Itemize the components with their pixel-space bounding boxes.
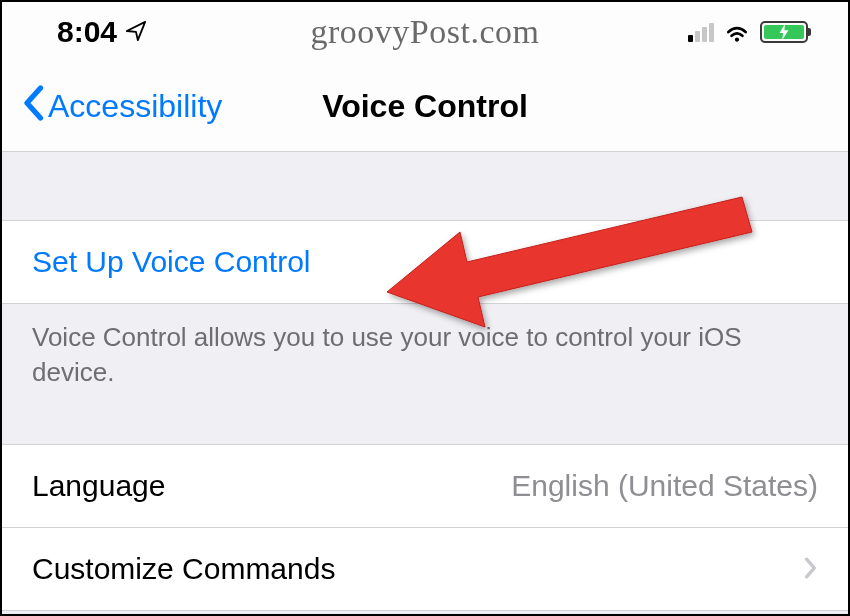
customize-label: Customize Commands bbox=[32, 552, 335, 586]
status-bar: 8:04 groovyPost.com bbox=[2, 2, 848, 62]
setup-label: Set Up Voice Control bbox=[32, 245, 310, 279]
navigation-bar: Accessibility Voice Control bbox=[2, 62, 848, 152]
battery-icon bbox=[760, 21, 808, 43]
language-label: Language bbox=[32, 469, 165, 503]
status-time-group: 8:04 bbox=[57, 15, 147, 49]
watermark-text: groovyPost.com bbox=[311, 13, 540, 51]
back-label: Accessibility bbox=[48, 88, 222, 125]
back-button[interactable]: Accessibility bbox=[22, 85, 222, 128]
group-spacer bbox=[2, 152, 848, 220]
cellular-signal-icon bbox=[688, 22, 714, 42]
status-time: 8:04 bbox=[57, 15, 117, 49]
options-group: Language English (United States) Customi… bbox=[2, 444, 848, 611]
page-title: Voice Control bbox=[322, 88, 528, 125]
setup-footer-text: Voice Control allows you to use your voi… bbox=[2, 304, 848, 406]
setup-voice-control-cell[interactable]: Set Up Voice Control bbox=[2, 220, 848, 304]
location-arrow-icon bbox=[125, 15, 147, 49]
language-cell[interactable]: Language English (United States) bbox=[2, 444, 848, 528]
chevron-left-icon bbox=[22, 85, 44, 128]
charging-bolt-icon bbox=[778, 24, 790, 40]
customize-commands-cell[interactable]: Customize Commands bbox=[2, 528, 848, 611]
group-spacer bbox=[2, 406, 848, 444]
chevron-right-icon bbox=[804, 552, 818, 586]
status-right bbox=[688, 21, 808, 43]
language-value: English (United States) bbox=[511, 469, 818, 502]
wifi-icon bbox=[724, 22, 750, 42]
